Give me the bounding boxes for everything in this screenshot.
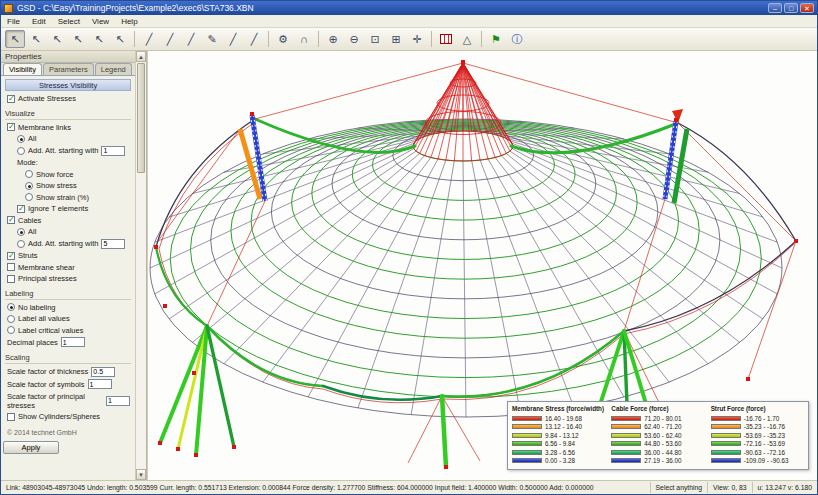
apply-button[interactable]: Apply xyxy=(3,441,59,454)
status-measurements: Link: 48903045-48973045 Undo: length: 0.… xyxy=(1,482,651,493)
pan-icon[interactable]: ✛ xyxy=(407,30,427,48)
scroll-down-icon[interactable]: ▼ xyxy=(136,469,146,480)
label-critical-label: Label critical values xyxy=(18,326,83,335)
ignore-t-checkbox[interactable] xyxy=(17,205,25,213)
membrane-links-label: Membrane links xyxy=(18,123,71,132)
principal-stresses-checkbox[interactable] xyxy=(7,275,15,283)
select-area-icon[interactable]: ↖ xyxy=(89,30,109,48)
membrane-shear-checkbox[interactable] xyxy=(7,263,15,271)
select-link-icon[interactable]: ↖ xyxy=(47,30,67,48)
select-arrow-icon[interactable]: ↖ xyxy=(5,30,25,48)
membrane-shear-label: Membrane shear xyxy=(18,263,75,272)
app-window: GSD - C:\Easy\TrainingProjects\Example2\… xyxy=(0,0,818,495)
show-force-radio[interactable] xyxy=(25,170,33,178)
minimize-button[interactable]: – xyxy=(768,3,782,13)
info-icon[interactable]: ⓘ xyxy=(507,30,527,48)
cables-all-radio[interactable] xyxy=(17,228,25,236)
label-all-radio[interactable] xyxy=(7,315,15,323)
scroll-up-icon[interactable]: ▲ xyxy=(136,51,146,62)
link-chain-icon[interactable]: ╱ xyxy=(160,30,180,48)
scroll-thumb[interactable] xyxy=(137,63,145,173)
panel-scrollbar[interactable]: ▲ ▼ xyxy=(135,51,146,480)
magnet-icon[interactable]: ∩ xyxy=(294,30,314,48)
toolbar-separator xyxy=(134,31,135,47)
show-force-label: Show force xyxy=(36,170,74,179)
strut-swatch xyxy=(711,416,741,421)
cables-label: Cables xyxy=(18,216,41,225)
menu-select[interactable]: Select xyxy=(52,15,86,27)
membrane-range: 0.00 - 3.28 xyxy=(545,457,575,464)
struts-checkbox[interactable] xyxy=(7,252,15,260)
strut-range: -35.23 - -16.76 xyxy=(744,423,785,430)
membrane-swatch xyxy=(512,433,542,438)
window-title: GSD - C:\Easy\TrainingProjects\Example2\… xyxy=(17,3,766,13)
tab-visibility[interactable]: Visibility xyxy=(3,63,42,75)
link-create-icon[interactable]: ╱ xyxy=(139,30,159,48)
scale-symbols-label: Scale factor of symbols xyxy=(7,380,85,389)
decimal-places-label: Decimal places xyxy=(7,338,58,347)
gear-icon[interactable]: ⚙ xyxy=(273,30,293,48)
activate-stresses-checkbox[interactable] xyxy=(7,95,15,103)
cylinders-checkbox[interactable] xyxy=(7,413,15,421)
membrane-all-radio[interactable] xyxy=(17,135,25,143)
scale-principal-input[interactable] xyxy=(106,396,130,406)
select-poly-icon[interactable]: ↖ xyxy=(110,30,130,48)
membrane-links-checkbox[interactable] xyxy=(7,123,15,131)
no-labeling-radio[interactable] xyxy=(7,303,15,311)
zoom-out-icon[interactable]: ⊖ xyxy=(344,30,364,48)
menu-file[interactable]: File xyxy=(1,15,26,27)
scale-symbols-input[interactable] xyxy=(88,379,112,389)
link-edit-icon[interactable]: ✎ xyxy=(202,30,222,48)
flag-icon[interactable]: ⚑ xyxy=(486,30,506,48)
zoom-window-icon[interactable]: ⊡ xyxy=(365,30,385,48)
label-critical-radio[interactable] xyxy=(7,326,15,334)
strut-range: -53.69 - -35.23 xyxy=(744,432,785,439)
decimal-places-input[interactable] xyxy=(61,337,85,347)
strut-range: -109.09 - -90.63 xyxy=(744,457,789,464)
zoom-fit-icon[interactable]: ⊞ xyxy=(386,30,406,48)
show-stress-radio[interactable] xyxy=(25,182,33,190)
menu-help[interactable]: Help xyxy=(115,15,143,27)
menu-view[interactable]: View xyxy=(86,15,115,27)
tab-parameters[interactable]: Parameters xyxy=(43,63,94,75)
panel-tabs: Visibility Parameters Legend xyxy=(1,63,135,76)
status-coords: u: 13.247 v: 6.180 xyxy=(753,482,817,493)
maximize-button[interactable]: □ xyxy=(784,3,798,13)
principal-stresses-label: Principal stresses xyxy=(18,274,77,283)
table-icon[interactable] xyxy=(436,30,456,48)
struts-label: Struts xyxy=(18,251,38,260)
membrane-range: 6.56 - 9.84 xyxy=(545,440,575,447)
show-strain-radio[interactable] xyxy=(25,193,33,201)
cylinders-label: Show Cylinders/Spheres xyxy=(18,412,100,421)
zoom-in-icon[interactable]: ⊕ xyxy=(323,30,343,48)
status-bar: Link: 48903045-48973045 Undo: length: 0.… xyxy=(1,480,817,494)
cable-swatch xyxy=(611,441,641,446)
cables-checkbox[interactable] xyxy=(7,216,15,224)
mesh-icon[interactable]: △ xyxy=(457,30,477,48)
close-button[interactable]: ✕ xyxy=(800,3,814,13)
tab-legend[interactable]: Legend xyxy=(95,63,132,75)
menu-edit[interactable]: Edit xyxy=(26,15,52,27)
toolbar-separator xyxy=(268,31,269,47)
link-delete-icon[interactable]: ╱ xyxy=(223,30,243,48)
scale-principal-label: Scale factor of principal stresses xyxy=(7,392,103,410)
select-element-icon[interactable]: ↖ xyxy=(68,30,88,48)
membrane-swatch xyxy=(512,450,542,455)
mode-label: Mode: xyxy=(17,158,38,167)
cables-addatt-radio[interactable] xyxy=(17,240,25,248)
cable-swatch xyxy=(611,416,641,421)
membrane-swatch xyxy=(512,441,542,446)
membrane-addatt-input[interactable] xyxy=(101,146,125,156)
select-node-icon[interactable]: ↖ xyxy=(26,30,46,48)
cable-swatch xyxy=(611,450,641,455)
strut-swatch xyxy=(711,441,741,446)
membrane-addatt-radio[interactable] xyxy=(17,147,25,155)
scroll-track[interactable] xyxy=(136,62,146,469)
scale-thickness-input[interactable] xyxy=(91,367,115,377)
link-measure-icon[interactable]: ╱ xyxy=(244,30,264,48)
model-viewport[interactable]: Membrane Stress (force/width) 16.40 - 19… xyxy=(147,51,817,480)
cable-range: 27.19 - 36.00 xyxy=(644,457,681,464)
strut-swatch xyxy=(711,450,741,455)
cables-addatt-input[interactable] xyxy=(101,239,125,249)
link-force-icon[interactable]: ╱ xyxy=(181,30,201,48)
